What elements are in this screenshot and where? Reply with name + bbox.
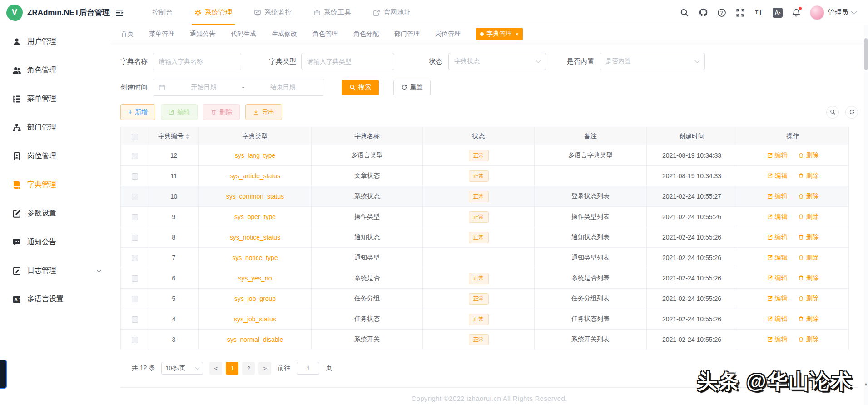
sidebar-item-roles[interactable]: 角色管理 (0, 56, 110, 85)
page-size-select[interactable]: 10条/页 (161, 362, 203, 375)
edit-link[interactable]: 编辑 (767, 274, 788, 282)
edit-link[interactable]: 编辑 (767, 315, 788, 323)
date-range-picker[interactable]: 开始日期 - 结束日期 (153, 79, 324, 96)
row-checkbox[interactable] (132, 337, 138, 343)
tab[interactable]: 生成修改 × (272, 30, 297, 38)
delete-link[interactable]: 删除 (798, 254, 818, 262)
page-button-1[interactable]: 1 (226, 362, 238, 375)
nav-item-system-monitor[interactable]: 系统监控 (243, 0, 303, 25)
font-size-icon[interactable]: TT (754, 8, 764, 18)
bell-icon[interactable] (791, 8, 801, 18)
tab[interactable]: 部门管理 × (394, 30, 420, 38)
add-button[interactable]: + 新增 (120, 104, 155, 120)
date-end-input[interactable]: 结束日期 (247, 83, 318, 91)
prev-page-button[interactable]: < (209, 362, 222, 375)
row-checkbox[interactable] (132, 235, 138, 241)
edit-link[interactable]: 编辑 (767, 172, 788, 180)
sidebar-item-users[interactable]: 用户管理 (0, 27, 110, 56)
dict-type-link[interactable]: sys_notice_type (232, 254, 278, 261)
dict-type-link[interactable]: sys_common_status (226, 193, 284, 200)
help-icon[interactable]: ? (717, 8, 727, 18)
sidebar-item-notices[interactable]: 通知公告 (0, 228, 110, 256)
row-checkbox[interactable] (132, 173, 138, 180)
toggle-search-button[interactable] (826, 106, 839, 119)
dict-type-input[interactable] (301, 53, 394, 70)
edit-link[interactable]: 编辑 (767, 254, 788, 262)
tab[interactable]: 角色分配 × (353, 30, 379, 38)
delete-link[interactable]: 删除 (798, 213, 818, 221)
dict-type-link[interactable]: sys_lang_type (235, 152, 276, 159)
row-checkbox[interactable] (132, 214, 138, 220)
tab[interactable]: 菜单管理 × (149, 30, 174, 38)
delete-link[interactable]: 删除 (798, 315, 818, 323)
row-checkbox[interactable] (132, 153, 138, 159)
scrollbar-track[interactable]: ▼ (864, 25, 868, 405)
status-select[interactable]: 字典状态 (448, 53, 546, 70)
delete-link[interactable]: 删除 (798, 335, 818, 344)
language-icon[interactable]: Ax (773, 8, 783, 18)
edit-button[interactable]: 编辑 (161, 104, 198, 120)
nav-item-console[interactable]: 控制台 (141, 0, 184, 25)
export-button[interactable]: 导出 (245, 104, 282, 120)
nav-item-official-site[interactable]: 官网地址 (362, 0, 422, 25)
row-checkbox[interactable] (132, 296, 138, 302)
row-checkbox[interactable] (132, 255, 138, 261)
sidebar-item-logs[interactable]: 日志管理 (0, 256, 110, 285)
edit-link[interactable]: 编辑 (767, 233, 788, 241)
search-icon[interactable] (680, 8, 689, 18)
nav-item-system-tools[interactable]: 系统工具 (303, 0, 362, 25)
sidebar-item-parameters[interactable]: 参数设置 (0, 199, 110, 228)
delete-link[interactable]: 删除 (798, 295, 818, 303)
delete-button[interactable]: 删除 (203, 104, 240, 120)
sidebar-item-languages[interactable]: Ax 多语言设置 (0, 285, 110, 314)
tab[interactable]: 角色管理 × (312, 30, 338, 38)
row-checkbox[interactable] (132, 194, 138, 200)
tab[interactable]: 通知公告 × (190, 30, 215, 38)
edit-link[interactable]: 编辑 (767, 295, 788, 303)
tab[interactable]: 代码生成 × (231, 30, 256, 38)
tab[interactable]: 字典管理 × (476, 28, 523, 40)
dict-type-link[interactable]: sys_oper_type (234, 213, 276, 220)
row-checkbox[interactable] (132, 275, 138, 282)
sidebar-item-menus[interactable]: 菜单管理 (0, 85, 110, 113)
user-menu[interactable]: 管理员 (810, 5, 856, 20)
delete-link[interactable]: 删除 (798, 274, 818, 282)
close-icon[interactable]: × (515, 31, 519, 37)
dict-name-input[interactable] (153, 53, 241, 70)
dict-type-link[interactable]: sys_article_status (230, 172, 280, 180)
select-all-checkbox[interactable] (132, 134, 138, 140)
sidebar-collapse-button[interactable] (110, 0, 129, 25)
fullscreen-icon[interactable] (735, 8, 745, 18)
dict-type-link[interactable]: sys_job_status (234, 315, 276, 323)
scrollbar-down-arrow[interactable]: ▼ (864, 382, 868, 387)
next-page-button[interactable]: > (258, 362, 271, 375)
delete-link[interactable]: 删除 (798, 151, 818, 160)
edit-link[interactable]: 编辑 (767, 192, 788, 200)
goto-page-input[interactable] (297, 362, 319, 375)
delete-link[interactable]: 删除 (798, 233, 818, 241)
dict-type-link[interactable]: sys_normal_disable (227, 336, 283, 343)
sidebar-item-dictionaries[interactable]: 字典管理 (0, 170, 110, 199)
date-start-input[interactable]: 开始日期 (168, 83, 239, 91)
reset-button[interactable]: 重置 (393, 80, 431, 95)
sort-icons[interactable] (186, 134, 189, 139)
nav-item-system-management[interactable]: 系统管理 (184, 0, 243, 25)
delete-link[interactable]: 删除 (798, 172, 818, 180)
edit-link[interactable]: 编辑 (767, 335, 788, 344)
dict-type-link[interactable]: sys_notice_status (230, 234, 280, 241)
sidebar-item-posts[interactable]: 岗位管理 (0, 142, 110, 170)
page-button-2[interactable]: 2 (242, 362, 255, 375)
edit-link[interactable]: 编辑 (767, 213, 788, 221)
tab[interactable]: 岗位管理 × (435, 30, 461, 38)
builtin-select[interactable]: 是否内置 (600, 53, 705, 70)
row-checkbox[interactable] (132, 316, 138, 323)
delete-link[interactable]: 删除 (798, 192, 818, 200)
scrollbar-thumb[interactable] (864, 38, 868, 70)
edit-link[interactable]: 编辑 (767, 151, 788, 160)
tab[interactable]: 首页 × (121, 30, 134, 38)
refresh-table-button[interactable] (845, 106, 858, 119)
sidebar-item-departments[interactable]: 部门管理 (0, 113, 110, 142)
dict-type-link[interactable]: sys_job_group (234, 295, 276, 302)
github-icon[interactable] (698, 8, 708, 18)
dict-type-link[interactable]: sys_yes_no (238, 275, 272, 282)
